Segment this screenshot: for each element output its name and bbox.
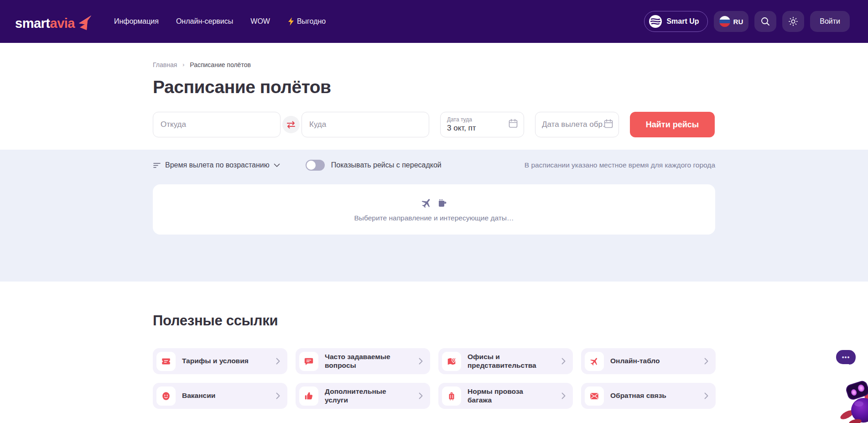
- smartavia-logo[interactable]: smartavia: [15, 13, 93, 30]
- schedule-band: Время вылета по возрастанию Показывать р…: [0, 150, 868, 282]
- useful-links-section: Полезные ссылки Тарифы и условия Часто з…: [0, 282, 868, 409]
- transfer-toggle-label: Показывать рейсы с пересадкой: [331, 161, 442, 169]
- sort-icon: [153, 162, 161, 168]
- local-time-note: В расписании указано местное время для к…: [525, 161, 715, 169]
- map-pin-icon: [442, 352, 461, 371]
- empty-state-message: Выберите направление и интересующие даты…: [354, 214, 514, 222]
- chevron-right-icon: [419, 392, 423, 399]
- nav-item-vygodno[interactable]: Выгодно: [287, 17, 326, 26]
- link-card-faq[interactable]: Часто задаваемые вопросы: [296, 348, 430, 374]
- sun-icon: [788, 16, 798, 26]
- chat-dots: •••: [842, 354, 850, 361]
- nav-item-online-services[interactable]: Онлайн-сервисы: [176, 17, 233, 26]
- link-label: Часто задаваемые вопросы: [325, 353, 398, 370]
- return-date-input[interactable]: [535, 112, 619, 137]
- link-label: Онлайн-табло: [610, 357, 660, 365]
- return-date-wrap: [524, 112, 619, 137]
- sort-label: Время вылета по возрастанию: [165, 161, 270, 169]
- login-label: Войти: [820, 17, 840, 26]
- login-button[interactable]: Войти: [810, 11, 850, 32]
- empty-state-card: Выберите направление и интересующие даты…: [153, 184, 715, 235]
- header: smartavia Информация Онлайн-сервисы WOW …: [0, 0, 868, 43]
- chat-icon: [299, 352, 318, 371]
- link-label: Вакансии: [182, 392, 215, 400]
- link-card-vacancies[interactable]: Вакансии: [153, 383, 287, 409]
- search-button[interactable]: [754, 11, 776, 32]
- chevron-right-icon: [704, 358, 708, 365]
- swap-wrap: [281, 116, 301, 133]
- nav-label: WOW: [250, 17, 270, 26]
- show-transfers-toggle[interactable]: [306, 160, 325, 171]
- main-nav: Информация Онлайн-сервисы WOW Выгодно: [114, 17, 326, 26]
- mail-icon: [585, 386, 604, 406]
- swap-cities-button[interactable]: [282, 116, 300, 133]
- transfer-toggle-group: Показывать рейсы с пересадкой: [306, 160, 442, 171]
- chevron-right-icon: [419, 358, 423, 365]
- thumbs-up-icon: [299, 386, 318, 406]
- calendar-icon: [508, 118, 519, 131]
- breadcrumb: Главная › Расписание полётов: [153, 61, 715, 68]
- suitcase-icon: [442, 386, 461, 406]
- logo-plane-icon: [76, 16, 93, 33]
- page: smartavia Информация Онлайн-сервисы WOW …: [0, 0, 868, 423]
- useful-links-title: Полезные ссылки: [153, 313, 715, 329]
- smartup-globe-icon: [649, 15, 662, 28]
- chevron-right-icon: [561, 358, 566, 365]
- smartup-button[interactable]: Smart Up: [644, 11, 707, 32]
- departure-date-value: 3 окт, пт: [447, 123, 507, 133]
- nav-item-wow[interactable]: WOW: [250, 17, 270, 26]
- link-label: Дополнительные услуги: [325, 387, 398, 404]
- nav-label: Выгодно: [297, 17, 326, 26]
- origin-input[interactable]: [153, 112, 281, 137]
- chevron-right-icon: [276, 358, 280, 365]
- breadcrumb-chevron-icon: ›: [182, 62, 184, 68]
- link-label: Нормы провоза багажа: [468, 387, 541, 404]
- breadcrumb-current: Расписание полётов: [190, 61, 251, 68]
- robot-mascot[interactable]: [840, 371, 868, 423]
- ticket-icon: [156, 352, 176, 371]
- link-label: Обратная связь: [610, 392, 666, 400]
- swap-icon: [286, 120, 296, 129]
- chevron-down-icon: [274, 163, 280, 167]
- empty-state-icons: [421, 197, 447, 209]
- language-button[interactable]: RU: [714, 11, 749, 32]
- mug-icon: [437, 198, 447, 209]
- find-flights-label: Найти рейсы: [646, 120, 699, 129]
- nav-item-information[interactable]: Информация: [114, 17, 159, 26]
- link-card-baggage[interactable]: Нормы провоза багажа: [438, 383, 573, 409]
- logo-text: smartavia: [15, 17, 75, 30]
- plane-icon: [585, 352, 604, 371]
- flag-ru-icon: [719, 16, 730, 27]
- chevron-right-icon: [276, 392, 280, 399]
- chat-bubble-button[interactable]: •••: [836, 350, 856, 364]
- breadcrumb-home-link[interactable]: Главная: [153, 61, 177, 68]
- chevron-right-icon: [704, 392, 708, 399]
- plane-icon: [421, 197, 432, 209]
- departure-date-field[interactable]: Дата туда 3 окт, пт: [440, 112, 524, 137]
- smartup-label: Smart Up: [666, 17, 699, 26]
- useful-links-grid: Тарифы и условия Часто задаваемые вопрос…: [153, 348, 715, 409]
- link-label: Офисы и представительства: [468, 353, 541, 370]
- chevron-right-icon: [561, 392, 566, 399]
- destination-input[interactable]: [301, 112, 429, 137]
- header-actions: Smart Up RU: [644, 11, 850, 32]
- link-card-tariffs[interactable]: Тарифы и условия: [153, 348, 287, 374]
- nav-label: Информация: [114, 17, 159, 26]
- theme-toggle-button[interactable]: [782, 11, 804, 32]
- link-card-feedback[interactable]: Обратная связь: [581, 383, 716, 409]
- search-icon: [760, 16, 770, 26]
- link-label: Тарифы и условия: [182, 357, 249, 365]
- link-card-extra-services[interactable]: Дополнительные услуги: [296, 383, 430, 409]
- nav-label: Онлайн-сервисы: [176, 17, 233, 26]
- toggle-knob: [307, 161, 316, 170]
- departure-date-label: Дата туда: [447, 116, 507, 124]
- page-title: Расписание полётов: [153, 77, 715, 97]
- flight-search-form: Дата туда 3 окт, пт: [153, 112, 715, 137]
- sort-dropdown[interactable]: Время вылета по возрастанию: [153, 161, 280, 169]
- language-label: RU: [733, 18, 743, 26]
- find-flights-button[interactable]: Найти рейсы: [630, 112, 715, 137]
- link-card-offices[interactable]: Офисы и представительства: [438, 348, 573, 374]
- smiley-icon: [156, 386, 176, 406]
- filters-row: Время вылета по возрастанию Показывать р…: [153, 160, 715, 171]
- link-card-online-board[interactable]: Онлайн-табло: [581, 348, 716, 374]
